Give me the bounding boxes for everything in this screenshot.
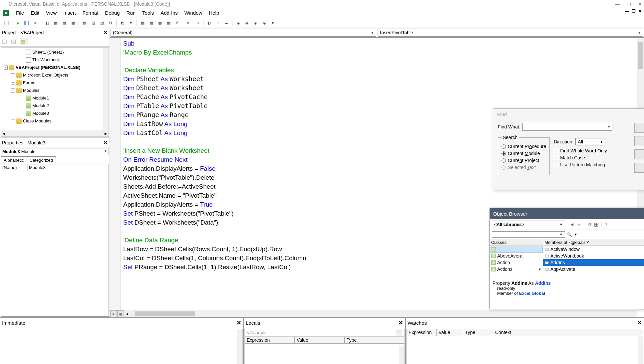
tool-icon[interactable]: ▾ xyxy=(127,19,135,27)
window-minimize-icon[interactable]: — xyxy=(615,1,620,7)
outdent-icon[interactable]: ⇤ xyxy=(185,19,192,27)
tool-icon[interactable]: ≡ xyxy=(214,19,221,27)
col-expression[interactable]: Expression xyxy=(407,329,437,336)
close-icon[interactable]: ✕ xyxy=(103,29,108,36)
bookmark-icon[interactable]: ◈ xyxy=(252,19,259,27)
menu-add-ins[interactable]: Add-Ins xyxy=(157,9,181,17)
bookmark-icon[interactable]: ◈ xyxy=(260,19,268,27)
tree-node[interactable]: Module3 xyxy=(1,109,109,117)
menu-view[interactable]: View xyxy=(43,9,60,17)
scrollbar-vertical[interactable] xyxy=(399,346,404,364)
bookmark-icon[interactable]: ◈ xyxy=(234,19,242,27)
menu-help[interactable]: Help xyxy=(205,9,222,17)
help-icon[interactable]: ? xyxy=(605,222,608,227)
properties-window-icon[interactable]: ▥ xyxy=(90,19,97,27)
properties-object-combo[interactable]: Module3 Module ▼ xyxy=(1,148,109,155)
col-value[interactable]: Value xyxy=(437,329,463,336)
break-icon[interactable]: ❚❚ xyxy=(23,19,30,27)
reset-icon[interactable]: ■ xyxy=(32,19,39,27)
member-item[interactable]: AddIns xyxy=(543,259,644,266)
col-context[interactable]: Context xyxy=(493,329,643,336)
checkbox[interactable] xyxy=(554,163,558,167)
menu-run[interactable]: Run xyxy=(123,9,139,17)
menu-tools[interactable]: Tools xyxy=(139,9,157,17)
members-list[interactable]: ActiveWindowActiveWorkbookAddInsAppActiv… xyxy=(543,246,644,279)
scrollbar-vertical[interactable] xyxy=(638,336,643,364)
class-item[interactable]: AboveAvera xyxy=(490,253,543,259)
mdi-minimize-icon[interactable]: — xyxy=(625,9,629,14)
immediate-body[interactable]: ◄► xyxy=(1,329,243,364)
checkbox[interactable] xyxy=(554,149,558,153)
expander-icon[interactable]: + xyxy=(11,73,15,77)
tree-node[interactable]: Module1 xyxy=(1,94,109,102)
tool-icon[interactable]: ▾ xyxy=(269,19,276,27)
toolbox-icon[interactable]: ⚙ xyxy=(107,19,114,27)
tree-node[interactable]: ThisWorkbook xyxy=(1,56,109,64)
expander-icon[interactable]: - xyxy=(11,89,15,92)
expander-icon[interactable]: - xyxy=(4,66,8,70)
close-icon[interactable]: ✕ xyxy=(637,319,642,326)
col-value[interactable]: Value xyxy=(295,337,345,343)
tree-node[interactable]: -Modules xyxy=(1,87,109,94)
window-close-icon[interactable]: ✕ xyxy=(637,1,643,7)
find-next-button[interactable]: Find Next xyxy=(634,123,644,133)
window-maximize-icon[interactable]: ▢ xyxy=(626,1,631,7)
indent-icon[interactable]: ⇥ xyxy=(194,19,201,27)
direction-combo[interactable]: All▼ xyxy=(575,138,605,145)
menu-edit[interactable]: Edit xyxy=(27,9,43,17)
tool-icon[interactable]: ▦ xyxy=(165,19,172,27)
nav-back-icon[interactable]: ◄ xyxy=(570,222,574,227)
view-excel-icon[interactable] xyxy=(3,19,10,27)
view-object-icon[interactable] xyxy=(11,39,19,45)
expander-icon[interactable]: + xyxy=(11,81,15,85)
member-item[interactable]: ActiveWindow xyxy=(543,246,644,253)
col-type[interactable]: Type xyxy=(463,329,493,336)
object-combo[interactable]: (General) ▼ xyxy=(111,29,376,37)
member-item[interactable]: ActiveWorkbook xyxy=(543,253,644,259)
search-combo[interactable]: ▼ xyxy=(492,231,565,238)
tool-icon[interactable]: ▦ xyxy=(52,19,59,27)
tree-node[interactable]: +Microsoft Excel Objects xyxy=(1,71,109,79)
tool-icon[interactable]: ▦ xyxy=(61,19,68,27)
member-of-link[interactable]: Excel.Global xyxy=(519,291,545,296)
tool-icon[interactable]: ▦ xyxy=(156,19,163,27)
library-combo[interactable]: <All Libraries> ▼ xyxy=(492,221,565,228)
tool-icon[interactable]: ▦ xyxy=(69,19,77,27)
bookmark-icon[interactable]: ◈ xyxy=(243,19,250,27)
tool-icon[interactable]: ◐ xyxy=(205,19,213,27)
toggle-folders-icon[interactable] xyxy=(20,39,28,45)
class-item[interactable]: Actions▼ xyxy=(490,266,543,273)
radio[interactable] xyxy=(501,151,506,156)
toggle-search-results-icon[interactable]: ▼ xyxy=(574,233,577,236)
replace-button[interactable]: Replace... xyxy=(634,149,644,159)
tool-icon[interactable]: ◩ xyxy=(119,19,126,27)
tree-node[interactable]: +Forms xyxy=(1,79,109,87)
close-icon[interactable]: ✕ xyxy=(236,319,241,326)
class-item[interactable] xyxy=(490,246,543,253)
expander-icon[interactable]: + xyxy=(11,119,15,123)
tree-node[interactable]: +Class Modules xyxy=(1,117,109,125)
radio[interactable] xyxy=(501,144,506,149)
scrollbar-vertical[interactable] xyxy=(103,48,109,130)
tool-icon[interactable]: A xyxy=(173,19,181,27)
view-code-icon[interactable] xyxy=(1,39,9,45)
scrollbar-horizontal[interactable]: ≡ ▤ ◄ xyxy=(110,310,637,317)
col-type[interactable]: Type xyxy=(345,337,404,343)
property-value[interactable]: Module3 xyxy=(28,164,47,171)
radio[interactable] xyxy=(501,158,506,163)
scrollbar-vertical[interactable] xyxy=(237,329,242,364)
tool-icon[interactable]: ▦ xyxy=(139,19,146,27)
tool-icon[interactable]: ≣ xyxy=(223,19,230,27)
checkbox[interactable] xyxy=(554,156,558,160)
cancel-button[interactable]: Cancel xyxy=(634,136,644,146)
nav-forward-icon[interactable]: ► xyxy=(577,222,582,227)
menu-debug[interactable]: Debug xyxy=(102,9,123,17)
close-icon[interactable]: ✕ xyxy=(398,319,403,326)
chevron-down-icon[interactable]: ▼ xyxy=(606,125,612,129)
help-button[interactable]: Help xyxy=(634,163,644,173)
object-browser-icon[interactable]: ▧ xyxy=(98,19,106,27)
call-stack-button[interactable]: ... xyxy=(396,330,402,335)
find-what-input[interactable]: ▼ xyxy=(522,123,612,131)
member-item[interactable]: AppActivate xyxy=(543,266,644,273)
tool-icon[interactable]: ▦ xyxy=(148,19,155,27)
